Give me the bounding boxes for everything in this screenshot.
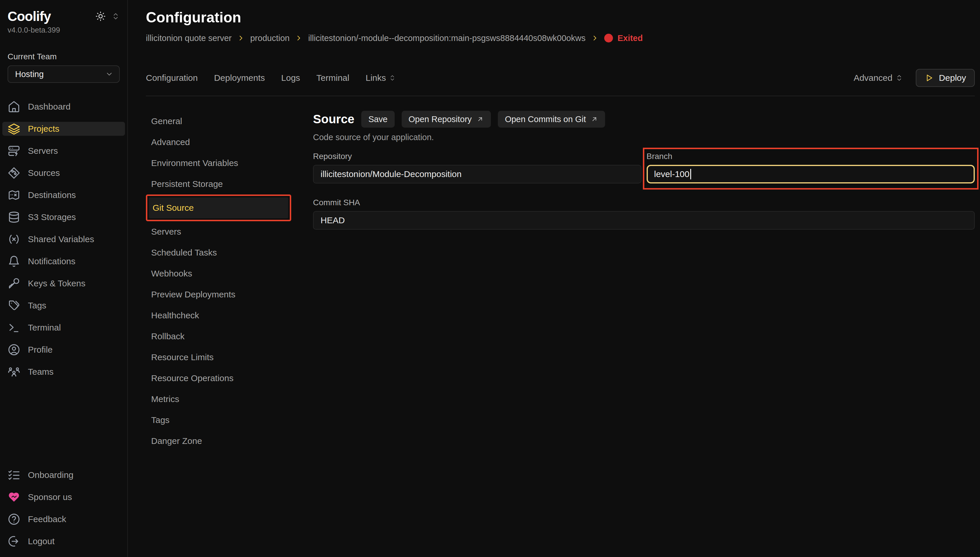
sidebar-item-dashboard[interactable]: Dashboard <box>2 100 125 114</box>
team-label: Current Team <box>8 52 120 61</box>
sidebar-item-label: Notifications <box>28 256 75 266</box>
key-icon <box>8 277 20 290</box>
open-repository-button[interactable]: Open Repository <box>401 111 491 128</box>
subnav-item-scheduled-tasks[interactable]: Scheduled Tasks <box>146 242 313 263</box>
sidebar-item-label: Sponsor us <box>28 492 72 502</box>
subnav-item-persistent-storage[interactable]: Persistent Storage <box>146 174 313 194</box>
git-source-icon <box>8 166 20 179</box>
tab-deployments[interactable]: Deployments <box>214 73 265 83</box>
fields-grid: Repository Branch level-100 <box>313 151 975 230</box>
tab-configuration[interactable]: Configuration <box>146 73 198 83</box>
section-subtitle: Code source of your application. <box>313 132 975 142</box>
subnav-item-preview-deployments[interactable]: Preview Deployments <box>146 284 313 305</box>
collapse-chevrons-icon[interactable] <box>112 12 120 20</box>
sidebar-item-notifications[interactable]: Notifications <box>2 254 125 268</box>
subnav-item-advanced[interactable]: Advanced <box>146 132 313 153</box>
sidebar-item-destinations[interactable]: Destinations <box>2 188 125 202</box>
open-commits-button[interactable]: Open Commits on Git <box>498 111 605 128</box>
sidebar-item-shared-variables[interactable]: Shared Variables <box>2 232 125 246</box>
branch-input[interactable]: level-100 <box>647 165 975 184</box>
sidebar-item-tags[interactable]: Tags <box>2 298 125 313</box>
sidebar-item-logout[interactable]: Logout <box>2 534 125 548</box>
sidebar-item-feedback[interactable]: Feedback <box>2 512 125 526</box>
heart-icon <box>8 491 20 503</box>
subnav-item-webhooks[interactable]: Webhooks <box>146 263 313 284</box>
sidebar-item-label: S3 Storages <box>28 212 76 222</box>
terminal-icon <box>8 321 20 334</box>
annotation-box-git-source: Git Source <box>146 194 291 221</box>
sidebar-item-profile[interactable]: Profile <box>2 343 125 357</box>
subnav-item-environment-variables[interactable]: Environment Variables <box>146 153 313 174</box>
logout-icon <box>8 535 20 548</box>
team-select[interactable]: Hosting <box>8 65 120 83</box>
sidebar-item-label: Onboarding <box>28 470 73 480</box>
subnav-item-servers[interactable]: Servers <box>146 221 313 242</box>
commit-sha-input[interactable] <box>313 211 975 230</box>
subnav-item-git-source[interactable]: Git Source <box>149 197 288 218</box>
sidebar-item-label: Servers <box>28 146 58 156</box>
sidebar-item-label: Keys & Tokens <box>28 278 85 288</box>
sidebar-item-onboarding[interactable]: Onboarding <box>2 468 125 482</box>
tab-terminal[interactable]: Terminal <box>317 73 349 83</box>
sidebar-item-label: Projects <box>28 124 59 134</box>
tabs-row: Configuration Deployments Logs Terminal … <box>146 69 975 96</box>
sidebar-item-label: Dashboard <box>28 102 71 112</box>
app-root: Coolify v4.0.0-beta.399 Current Team Hos… <box>0 0 980 557</box>
save-button[interactable]: Save <box>361 111 394 128</box>
breadcrumb-project[interactable]: illicitonion quote server <box>146 33 232 43</box>
sidebar-item-s3-storages[interactable]: S3 Storages <box>2 210 125 224</box>
annotation-box-branch: Branch level-100 <box>643 148 979 189</box>
source-header: Source Save Open Repository Open Commits… <box>313 111 975 128</box>
tab-links[interactable]: Links <box>366 73 396 83</box>
commit-sha-field: Commit SHA <box>313 198 975 230</box>
subnav-item-danger-zone[interactable]: Danger Zone <box>146 430 313 451</box>
checklist-icon <box>8 469 20 481</box>
branch-label: Branch <box>647 151 975 161</box>
server-icon <box>8 145 20 157</box>
sidebar-item-label: Feedback <box>28 514 66 524</box>
sidebar-item-sponsor[interactable]: Sponsor us <box>2 490 125 504</box>
text-caret <box>690 169 691 179</box>
help-icon <box>8 513 20 526</box>
chevrons-up-down-icon <box>895 74 903 82</box>
status-text: Exited <box>618 33 643 43</box>
user-icon <box>8 343 20 356</box>
bell-icon <box>8 255 20 268</box>
subnav-item-tags[interactable]: Tags <box>146 410 313 430</box>
tab-logs[interactable]: Logs <box>281 73 300 83</box>
subnav-item-general[interactable]: General <box>146 111 313 132</box>
subnav-item-rollback[interactable]: Rollback <box>146 326 313 347</box>
page-title: Configuration <box>146 10 975 25</box>
sidebar-item-keys-tokens[interactable]: Keys & Tokens <box>2 277 125 290</box>
chevron-down-icon <box>105 70 113 78</box>
subnav-item-healthcheck[interactable]: Healthcheck <box>146 305 313 326</box>
sidebar-item-teams[interactable]: Teams <box>2 365 125 379</box>
breadcrumb-application[interactable]: illicitestonion/-module--decomposition:m… <box>308 33 585 43</box>
branch-input-value: level-100 <box>654 169 690 179</box>
advanced-dropdown[interactable]: Advanced <box>853 73 903 83</box>
breadcrumb-environment[interactable]: production <box>250 33 289 43</box>
subnav-item-resource-operations[interactable]: Resource Operations <box>146 368 313 389</box>
status-badge: Exited <box>604 33 643 43</box>
section-title: Source <box>313 112 354 126</box>
sidebar-header-icons <box>95 11 120 21</box>
subnav-item-metrics[interactable]: Metrics <box>146 389 313 410</box>
subnav-item-resource-limits[interactable]: Resource Limits <box>146 347 313 368</box>
users-icon <box>8 365 20 378</box>
sidebar-item-label: Logout <box>28 536 55 546</box>
tabs-right-group: Advanced Deploy <box>853 69 975 87</box>
repository-field: Repository <box>313 151 642 189</box>
sidebar-item-servers[interactable]: Servers <box>2 144 125 158</box>
deploy-button[interactable]: Deploy <box>916 69 975 87</box>
theme-sun-icon[interactable] <box>95 11 106 21</box>
variable-icon <box>8 233 20 246</box>
repository-input[interactable] <box>313 165 642 184</box>
sidebar-item-terminal[interactable]: Terminal <box>2 321 125 335</box>
brand-title: Coolify <box>8 9 51 24</box>
sidebar-item-projects[interactable]: Projects <box>2 122 125 136</box>
chevron-right-icon <box>295 34 303 42</box>
map-icon <box>8 189 20 202</box>
sidebar-item-sources[interactable]: Sources <box>2 166 125 180</box>
sidebar-item-label: Teams <box>28 367 54 377</box>
sidebar-item-label: Tags <box>28 301 46 311</box>
